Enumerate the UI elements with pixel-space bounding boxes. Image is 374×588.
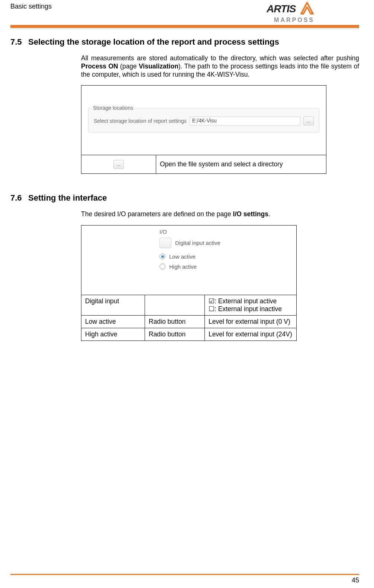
artis-logo-text: ARTIS (267, 3, 296, 15)
page-number: 45 (10, 576, 359, 584)
section-7-6-paragraph: The desired I/O parameters are defined o… (81, 210, 359, 218)
table-cell: High active (81, 328, 145, 341)
digital-input-label: Digital input active (175, 240, 220, 246)
table-cell (145, 295, 205, 315)
p75-t1: All measurements are stored automaticall… (81, 54, 359, 62)
table-row: Low active Radio button Level for extern… (81, 315, 296, 328)
p76-t1: The desired I/O parameters are defined o… (81, 210, 233, 218)
table-cell: Level for external input (24V) (205, 328, 297, 341)
section-7-5-paragraph: All measurements are stored automaticall… (81, 54, 359, 79)
table-cell: Radio button (145, 315, 205, 328)
table-row: Digital input ☑: External input active ☐… (81, 295, 296, 315)
header-orange-bar (10, 25, 359, 28)
digital-input-row: Digital input active (159, 238, 296, 248)
storage-figure: Storage locations Select storage locatio… (81, 85, 326, 174)
table-cell: Digital input (81, 295, 145, 315)
io-figure: I/O Digital input active Low active High… (81, 225, 297, 341)
low-active-label: Low active (169, 253, 196, 260)
p76-t2: . (268, 210, 270, 218)
low-active-row: Low active (159, 253, 296, 260)
browse-icon-example: ... (113, 160, 124, 169)
artis-a-icon (300, 2, 315, 16)
browse-desc: Open the file system and select a direct… (156, 155, 326, 173)
storage-path-input[interactable]: E:/4K-Visu (190, 116, 300, 125)
header-title: Basic settings (10, 2, 52, 10)
footer: 45 (10, 574, 359, 584)
section-7-5-heading: 7.5Selecting the storage location of the… (10, 37, 359, 47)
storage-legend-row: ... Open the file system and select a di… (81, 155, 326, 173)
table-cell: Level for external input (0 V) (205, 315, 297, 328)
browse-icon-cell: ... (81, 155, 156, 173)
table-cell: Radio button (145, 328, 205, 341)
section-7-5-title: Selecting the storage location of the re… (28, 37, 279, 47)
table-cell: ☑: External input active ☐: External inp… (205, 295, 297, 315)
p75-b2: Visualization (139, 63, 178, 70)
header-gray-line (10, 29, 359, 29)
p76-b1: I/O settings (233, 210, 268, 218)
low-active-radio[interactable] (159, 253, 165, 259)
section-7-6-heading: 7.6Setting the interface (10, 193, 359, 203)
section-7-5-number: 7.5 (10, 37, 28, 47)
p75-t2: (page (118, 63, 139, 70)
table-cell: Low active (81, 315, 145, 328)
table-row: High active Radio button Level for exter… (81, 328, 296, 341)
io-screenshot: I/O Digital input active Low active High… (81, 226, 296, 295)
page-header: Basic settings ARTIS MARPOSS (10, 0, 359, 23)
storage-label: Select storage location of report settin… (94, 118, 187, 124)
browse-button[interactable]: ... (303, 116, 314, 125)
digital-input-checkbox[interactable] (159, 238, 171, 248)
io-table: Digital input ☑: External input active ☐… (81, 295, 296, 341)
section-7-6-title: Setting the interface (28, 193, 107, 202)
section-7-6-number: 7.6 (10, 193, 28, 203)
high-active-label: High active (169, 263, 197, 270)
io-header: I/O (159, 229, 296, 235)
footer-orange-line (10, 574, 359, 575)
marposs-logo-text: MARPOSS (267, 17, 315, 23)
storage-screenshot: Storage locations Select storage locatio… (81, 86, 326, 155)
storage-panel: Storage locations Select storage locatio… (88, 108, 319, 132)
high-active-radio[interactable] (159, 263, 165, 269)
p75-b1: Process ON (81, 63, 118, 70)
high-active-row: High active (159, 263, 296, 270)
storage-legend: Storage locations (91, 105, 135, 111)
logo-block: ARTIS MARPOSS (267, 2, 359, 23)
